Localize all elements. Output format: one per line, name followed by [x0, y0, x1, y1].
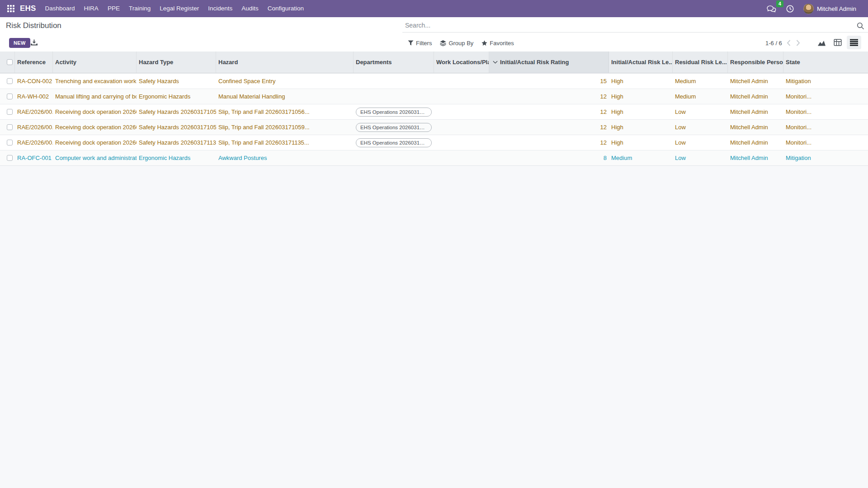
table-row[interactable]: RAE/2026/00...Receiving dock operation 2… — [0, 119, 868, 135]
col-residual-risk-level[interactable]: Residual Risk Le... — [673, 52, 728, 73]
row-select-cell[interactable] — [0, 89, 15, 104]
pager-next-button[interactable] — [795, 40, 801, 46]
cell-work-locations — [434, 74, 489, 89]
cell-hazard: Slip, Trip and Fall 202603171135... — [216, 135, 354, 150]
chevron-left-icon — [787, 40, 791, 46]
cell-residual-risk-level: Medium — [673, 74, 728, 89]
cell-departments — [354, 89, 434, 104]
clock-icon — [786, 5, 794, 13]
content-background — [0, 165, 868, 488]
cell-work-locations — [434, 120, 489, 135]
messages-button[interactable]: 4 — [766, 5, 777, 13]
table-row[interactable]: RA-CON-002Trenching and excavation work … — [0, 73, 868, 89]
search-input[interactable] — [402, 19, 853, 29]
row-checkbox[interactable] — [7, 155, 13, 161]
list-view: Reference Activity Hazard Type Hazard De… — [0, 52, 868, 165]
nav-item-hira[interactable]: HIRA — [80, 0, 103, 17]
cell-hazard-type: Ergonomic Hazards — [137, 89, 216, 104]
messages-badge: 4 — [776, 0, 783, 7]
nav-item-incidents[interactable]: Incidents — [203, 0, 237, 17]
col-hazard-type[interactable]: Hazard Type — [137, 52, 216, 73]
apps-menu-button[interactable] — [5, 3, 16, 14]
cell-initial-risk-level: High — [609, 104, 673, 119]
cell-hazard: Confined Space Entry — [216, 74, 354, 89]
nav-item-dashboard[interactable]: Dashboard — [41, 0, 80, 17]
graph-view-button[interactable] — [814, 36, 829, 49]
group-by-button[interactable]: Group By — [440, 40, 473, 47]
row-checkbox[interactable] — [7, 109, 13, 115]
row-checkbox[interactable] — [7, 94, 13, 99]
list-view-button[interactable] — [847, 36, 861, 49]
cell-reference: RAE/2026/00... — [15, 104, 53, 119]
cell-responsible-person: Mitchell Admin — [728, 74, 783, 89]
row-select-cell[interactable] — [0, 74, 15, 89]
cell-state: Monitori... — [783, 120, 868, 135]
user-menu[interactable]: Mitchell Admin — [817, 5, 856, 12]
nav-item-configuration[interactable]: Configuration — [263, 0, 308, 17]
cell-departments: EHS Operations 202603171056... — [354, 104, 434, 119]
table-row[interactable]: RAE/2026/00...Receiving dock operation 2… — [0, 135, 868, 150]
table-row[interactable]: RA-OFC-001Computer work and administrati… — [0, 150, 868, 165]
table-row[interactable]: RAE/2026/00...Receiving dock operation 2… — [0, 104, 868, 119]
cell-residual-risk-level: Low — [673, 120, 728, 135]
pager: 1-6 / 6 — [765, 38, 801, 48]
pager-range: 1-6 / 6 — [765, 40, 782, 47]
cell-departments: EHS Operations 202603171135... — [354, 135, 434, 150]
row-select-cell[interactable] — [0, 120, 15, 135]
cell-state: Monitori... — [783, 89, 868, 104]
cell-responsible-person: Mitchell Admin — [728, 89, 783, 104]
activities-button[interactable] — [786, 5, 794, 13]
cell-initial-risk-level: High — [609, 74, 673, 89]
col-activity[interactable]: Activity — [53, 52, 137, 73]
cell-departments — [354, 150, 434, 165]
nav-item-audits[interactable]: Audits — [237, 0, 263, 17]
sort-desc-icon — [493, 61, 498, 64]
row-select-cell[interactable] — [0, 104, 15, 119]
col-hazard[interactable]: Hazard — [216, 52, 354, 73]
star-icon — [481, 40, 487, 46]
col-state[interactable]: State — [783, 52, 868, 73]
nav-item-training[interactable]: Training — [124, 0, 155, 17]
pager-prev-button[interactable] — [786, 40, 792, 46]
cell-activity: Receiving dock operation 202603... — [53, 120, 137, 135]
cell-responsible-person: Mitchell Admin — [728, 104, 783, 119]
control-panel: Risk Distribution NEW Filters — [0, 17, 868, 52]
cell-state: Monitori... — [783, 104, 868, 119]
nav-item-ppe[interactable]: PPE — [103, 0, 124, 17]
table-header: Reference Activity Hazard Type Hazard De… — [0, 52, 868, 73]
search-icon[interactable] — [857, 22, 864, 32]
app-name[interactable]: EHS — [20, 4, 36, 13]
filters-button[interactable]: Filters — [408, 40, 432, 47]
cell-residual-risk-level: Low — [673, 135, 728, 150]
cell-hazard-type: Ergonomic Hazards — [137, 150, 216, 165]
pivot-view-button[interactable] — [830, 36, 845, 49]
favorites-button[interactable]: Favorites — [481, 40, 514, 47]
col-initial-actual-risk-rating[interactable]: Initial/Actual Risk Rating — [489, 52, 609, 73]
table-row[interactable]: RA-WH-002Manual lifting and carrying of … — [0, 89, 868, 104]
col-initial-risk-level[interactable]: Initial/Actual Risk Le... — [609, 52, 673, 73]
col-reference[interactable]: Reference — [15, 52, 53, 73]
col-work-locations[interactable]: Work Locations/Places — [434, 52, 489, 73]
row-checkbox[interactable] — [7, 124, 13, 130]
row-checkbox[interactable] — [7, 78, 13, 84]
cell-hazard-type: Safety Hazards 20260317113553 — [137, 135, 216, 150]
col-departments[interactable]: Departments — [354, 52, 434, 73]
select-all-checkbox[interactable] — [7, 59, 13, 65]
select-all-cell[interactable] — [0, 52, 15, 73]
search-bar[interactable] — [402, 19, 868, 33]
col-responsible-person[interactable]: Responsible Person — [728, 52, 783, 73]
row-select-cell[interactable] — [0, 150, 15, 165]
cell-state: Monitori... — [783, 135, 868, 150]
new-button[interactable]: NEW — [9, 38, 30, 48]
nav-item-legal-register[interactable]: Legal Register — [155, 0, 203, 17]
cell-state: Mitigation — [783, 74, 868, 89]
top-navbar: EHS Dashboard HIRA PPE Training Legal Re… — [0, 0, 868, 17]
avatar[interactable] — [803, 4, 814, 14]
cell-reference: RA-WH-002 — [15, 89, 53, 104]
row-checkbox[interactable] — [7, 140, 13, 145]
pivot-view-icon — [834, 38, 842, 47]
cell-hazard-type: Safety Hazards — [137, 74, 216, 89]
export-button[interactable] — [31, 39, 38, 46]
row-select-cell[interactable] — [0, 135, 15, 150]
view-switcher — [814, 36, 861, 49]
